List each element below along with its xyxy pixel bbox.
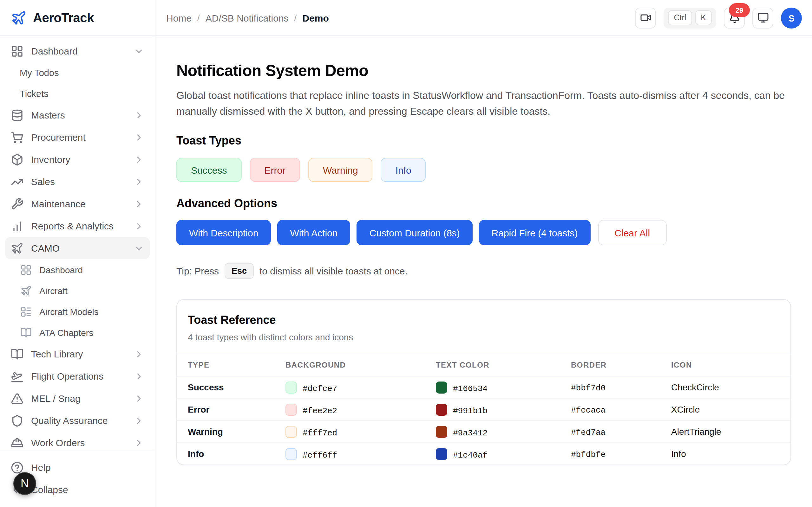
sidebar-item-maintenance[interactable]: Maintenance — [5, 193, 150, 215]
sidebar-item-ata-chapters[interactable]: ATA Chapters — [5, 322, 150, 343]
table-row-warning: Warning #fff7ed #9a3412 #fed7aa AlertTri… — [177, 420, 791, 443]
sidebar-item-inventory[interactable]: Inventory — [5, 148, 150, 170]
user-avatar[interactable]: S — [781, 7, 802, 28]
page-title: Notification System Demo — [176, 61, 791, 80]
with-description-button[interactable]: With Description — [176, 220, 271, 245]
sidebar-item-tickets[interactable]: Tickets — [5, 83, 150, 104]
app-logo[interactable]: AeroTrack — [0, 0, 155, 36]
table-row-info: Info #eff6ff #1e40af #bfdbfe Info — [177, 443, 791, 464]
clear-all-button[interactable]: Clear All — [598, 220, 666, 245]
type-cell: Error — [177, 398, 275, 420]
info-toast-button[interactable]: Info — [381, 158, 426, 182]
text-color-swatch — [436, 426, 447, 438]
shopping-cart-icon — [11, 131, 23, 144]
chevron-right-icon — [134, 415, 144, 426]
column-header-border: BORDER — [560, 354, 660, 376]
success-toast-button[interactable]: Success — [176, 158, 241, 182]
command-shortcut[interactable]: Ctrl K — [664, 7, 716, 28]
text-color-swatch — [436, 448, 447, 460]
sidebar-item-mel-snag[interactable]: MEL / Snag — [5, 387, 150, 409]
sidebar-item-reports-analytics[interactable]: Reports & Analytics — [5, 215, 150, 237]
background-hex: #dcfce7 — [303, 384, 337, 393]
rapid-fire-button[interactable]: Rapid Fire (4 toasts) — [479, 220, 591, 245]
layout-list-icon — [20, 306, 32, 317]
sidebar-item-sales[interactable]: Sales — [5, 170, 150, 193]
escape-tip: Tip: Press Esc to dismiss all visible to… — [176, 263, 791, 279]
border-hex: #bbf7d0 — [571, 383, 606, 393]
chevron-down-icon — [134, 46, 144, 56]
table-row-success: Success #dcfce7 #166534 #bbf7d0 CheckCir… — [177, 376, 791, 398]
sidebar-item-work-orders[interactable]: Work Orders — [5, 432, 150, 451]
package-icon — [11, 153, 23, 166]
chevron-right-icon — [134, 349, 144, 359]
chevron-right-icon — [134, 154, 144, 164]
column-header-type: TYPE — [177, 354, 275, 376]
toast-reference-card: Toast Reference 4 toast types with disti… — [176, 299, 791, 465]
sidebar-item-my-todos[interactable]: My Todos — [5, 62, 150, 83]
error-toast-button[interactable]: Error — [250, 158, 300, 182]
text-color-hex: #991b1b — [453, 406, 488, 415]
advanced-options-heading: Advanced Options — [176, 197, 791, 210]
type-cell: Warning — [177, 420, 275, 443]
text-color-hex: #166534 — [453, 384, 488, 393]
toast-types-heading: Toast Types — [176, 134, 791, 148]
hard-hat-icon — [11, 436, 23, 449]
breadcrumb-home[interactable]: Home — [166, 12, 192, 23]
sidebar-item-camo-dashboard[interactable]: Dashboard — [5, 259, 150, 280]
text-color-swatch — [436, 381, 447, 393]
sidebar-item-aircraft-models[interactable]: Aircraft Models — [5, 301, 150, 322]
type-cell: Info — [177, 443, 275, 464]
chevron-right-icon — [134, 221, 144, 231]
display-button[interactable] — [752, 7, 773, 28]
warning-toast-button[interactable]: Warning — [308, 158, 373, 182]
custom-duration-button[interactable]: Custom Duration (8s) — [357, 220, 472, 245]
screen-record-button[interactable] — [635, 7, 656, 28]
chevron-right-icon — [134, 438, 144, 448]
app-window: AeroTrack Dashboard My Todos Tickets Mas… — [0, 0, 812, 507]
table-header-row: TYPE BACKGROUND TEXT COLOR BORDER ICON — [177, 354, 791, 376]
table-row-error: Error #fee2e2 #991b1b #fecaca XCircle — [177, 398, 791, 420]
sidebar-item-flight-operations[interactable]: Flight Operations — [5, 365, 150, 387]
background-hex: #fff7ed — [303, 428, 337, 438]
sidebar-item-quality-assurance[interactable]: Quality Assurance — [5, 409, 150, 432]
breadcrumb: Home / AD/SB Notifications / Demo — [166, 12, 329, 23]
breadcrumb-separator: / — [197, 13, 200, 23]
sidebar-item-tech-library[interactable]: Tech Library — [5, 343, 150, 365]
icon-cell: CheckCircle — [660, 376, 791, 398]
with-action-button[interactable]: With Action — [277, 220, 350, 245]
background-swatch — [286, 381, 297, 393]
icon-cell: XCircle — [660, 398, 791, 420]
app-name: AeroTrack — [33, 10, 94, 25]
breadcrumb-section[interactable]: AD/SB Notifications — [206, 12, 289, 23]
sidebar-item-aircraft[interactable]: Aircraft — [5, 280, 150, 301]
dev-tools-badge[interactable]: N — [13, 472, 36, 495]
plane-takeoff-icon — [11, 370, 23, 383]
monitor-icon — [757, 12, 768, 23]
notifications-button[interactable]: 29 — [724, 7, 745, 28]
background-cell: #fff7ed — [275, 420, 425, 443]
background-hex: #eff6ff — [303, 450, 337, 460]
chevron-right-icon — [134, 371, 144, 381]
background-swatch — [286, 426, 297, 438]
sidebar-item-camo[interactable]: CAMO — [5, 237, 150, 259]
shield-icon — [11, 414, 23, 427]
chevron-right-icon — [134, 199, 144, 209]
sidebar-item-procurement[interactable]: Procurement — [5, 126, 150, 148]
sidebar-item-dashboard[interactable]: Dashboard — [5, 40, 150, 62]
sidebar: AeroTrack Dashboard My Todos Tickets Mas… — [0, 0, 155, 507]
avatar-initial: S — [788, 12, 795, 23]
chevron-down-icon — [134, 243, 144, 253]
text-color-cell: #991b1b — [425, 398, 560, 420]
text-color-swatch — [436, 403, 447, 415]
sidebar-item-masters[interactable]: Masters — [5, 104, 150, 126]
background-cell: #dcfce7 — [275, 376, 425, 398]
sidebar-nav: Dashboard My Todos Tickets Masters Procu… — [0, 36, 155, 451]
card-title: Toast Reference — [188, 314, 780, 327]
plane-logo-icon — [11, 10, 27, 26]
text-color-cell: #9a3412 — [425, 420, 560, 443]
dev-tools-badge-letter: N — [20, 477, 29, 490]
book-open-icon — [20, 327, 32, 338]
layout-grid-icon — [11, 45, 23, 57]
trending-up-icon — [11, 175, 23, 188]
video-icon — [640, 12, 651, 23]
